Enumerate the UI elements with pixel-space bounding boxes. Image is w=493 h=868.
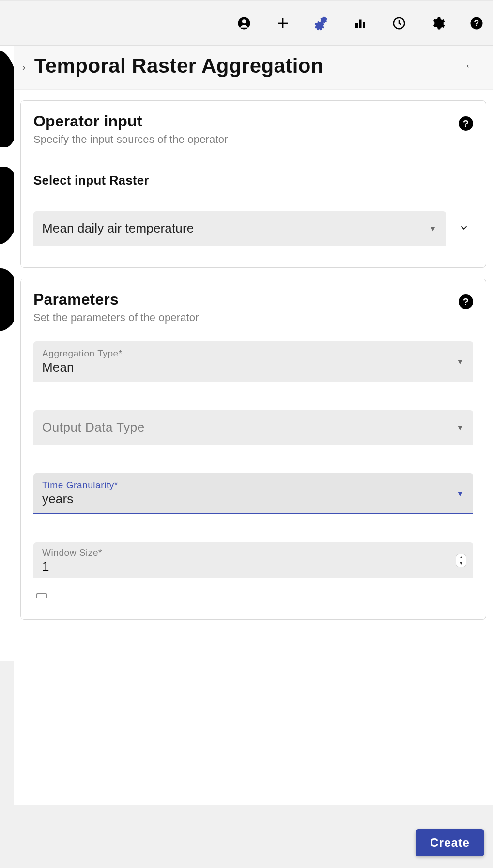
gears-icon[interactable] (313, 15, 330, 32)
svg-rect-5 (359, 19, 362, 28)
help-icon[interactable]: ? (468, 15, 485, 32)
clock-icon[interactable] (390, 15, 408, 32)
svg-rect-6 (363, 22, 365, 28)
svg-rect-4 (355, 23, 358, 28)
gear-icon[interactable] (429, 15, 447, 32)
svg-point-1 (242, 19, 246, 23)
svg-text:?: ? (474, 18, 479, 28)
top-toolbar: ? (0, 0, 493, 46)
account-icon[interactable] (235, 15, 253, 32)
add-icon[interactable] (274, 15, 292, 32)
bar-chart-icon[interactable] (352, 15, 369, 32)
